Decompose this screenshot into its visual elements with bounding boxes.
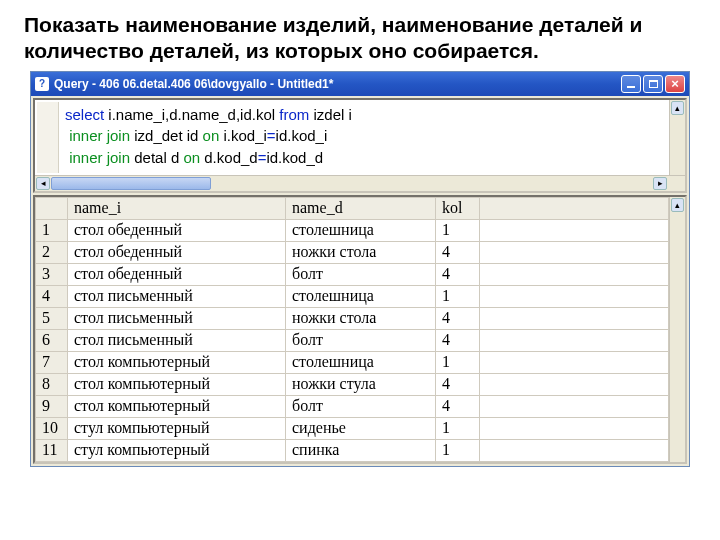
close-icon: ×: [671, 77, 679, 90]
table-row[interactable]: 1стол обеденныйстолешница1: [36, 219, 669, 241]
cell-filler: [480, 307, 669, 329]
cell-filler: [480, 417, 669, 439]
row-number: 3: [36, 263, 68, 285]
cell-filler: [480, 219, 669, 241]
cell-filler: [480, 373, 669, 395]
scroll-right-icon[interactable]: ▸: [653, 177, 667, 190]
cell-name-i[interactable]: стол письменный: [68, 329, 286, 351]
row-number: 11: [36, 439, 68, 461]
cell-name-d[interactable]: ножки стола: [286, 241, 436, 263]
app-icon: ?: [35, 77, 49, 91]
editor-gutter: [37, 102, 59, 173]
cell-name-d[interactable]: столешница: [286, 219, 436, 241]
close-button[interactable]: ×: [665, 75, 685, 93]
corner-cell: [36, 197, 68, 219]
slide-heading: Показать наименование изделий, наименова…: [24, 12, 696, 65]
row-number: 8: [36, 373, 68, 395]
cell-kol[interactable]: 1: [436, 351, 480, 373]
cell-kol[interactable]: 4: [436, 307, 480, 329]
table-row[interactable]: 7стол компьютерныйстолешница1: [36, 351, 669, 373]
results-pane: name_i name_d kol 1стол обеденныйстолешн…: [33, 195, 687, 464]
row-number: 7: [36, 351, 68, 373]
row-number: 6: [36, 329, 68, 351]
table-row[interactable]: 2стол обеденныйножки стола4: [36, 241, 669, 263]
table-row[interactable]: 6стол письменныйболт4: [36, 329, 669, 351]
cell-name-d[interactable]: болт: [286, 395, 436, 417]
table-row[interactable]: 10стул компьютерныйсиденье1: [36, 417, 669, 439]
sql-editor-pane[interactable]: select i.name_i,d.name_d,id.kol from izd…: [33, 98, 687, 193]
table-row[interactable]: 8стол компьютерныйножки стула4: [36, 373, 669, 395]
cell-name-i[interactable]: стол обеденный: [68, 241, 286, 263]
table-row[interactable]: 3стол обеденныйболт4: [36, 263, 669, 285]
cell-name-d[interactable]: ножки стула: [286, 373, 436, 395]
table-row[interactable]: 11стул компьютерныйспинка1: [36, 439, 669, 461]
cell-filler: [480, 329, 669, 351]
cell-filler: [480, 285, 669, 307]
cell-name-i[interactable]: стол письменный: [68, 307, 286, 329]
cell-kol[interactable]: 4: [436, 241, 480, 263]
row-number: 9: [36, 395, 68, 417]
scroll-left-icon[interactable]: ◂: [36, 177, 50, 190]
cell-kol[interactable]: 1: [436, 219, 480, 241]
query-window: ? Query - 406 06.detal.406 06\dovgyallo …: [30, 71, 690, 467]
table-row[interactable]: 5стол письменныйножки стола4: [36, 307, 669, 329]
cell-name-d[interactable]: ножки стола: [286, 307, 436, 329]
cell-name-i[interactable]: стол письменный: [68, 285, 286, 307]
cell-name-i[interactable]: стол обеденный: [68, 263, 286, 285]
header-row: name_i name_d kol: [36, 197, 669, 219]
cell-name-i[interactable]: стул компьютерный: [68, 439, 286, 461]
col-header-kol[interactable]: kol: [436, 197, 480, 219]
scroll-thumb[interactable]: [51, 177, 211, 190]
row-number: 10: [36, 417, 68, 439]
table-row[interactable]: 9стол компьютерныйболт4: [36, 395, 669, 417]
window-title: Query - 406 06.detal.406 06\dovgyallo - …: [54, 77, 621, 91]
row-number: 4: [36, 285, 68, 307]
cell-filler: [480, 439, 669, 461]
cell-kol[interactable]: 4: [436, 263, 480, 285]
cell-name-d[interactable]: болт: [286, 263, 436, 285]
cell-name-i[interactable]: стол компьютерный: [68, 373, 286, 395]
row-number: 1: [36, 219, 68, 241]
scroll-up-icon[interactable]: ▴: [671, 101, 684, 115]
cell-kol[interactable]: 1: [436, 417, 480, 439]
cell-name-i[interactable]: стул компьютерный: [68, 417, 286, 439]
cell-kol[interactable]: 4: [436, 395, 480, 417]
scroll-up-icon[interactable]: ▴: [671, 198, 684, 212]
cell-name-d[interactable]: спинка: [286, 439, 436, 461]
cell-kol[interactable]: 1: [436, 285, 480, 307]
cell-kol[interactable]: 4: [436, 329, 480, 351]
cell-filler: [480, 241, 669, 263]
maximize-button[interactable]: [643, 75, 663, 93]
row-number: 5: [36, 307, 68, 329]
col-header-name-i[interactable]: name_i: [68, 197, 286, 219]
minimize-button[interactable]: [621, 75, 641, 93]
row-number: 2: [36, 241, 68, 263]
table-row[interactable]: 4стол письменныйстолешница1: [36, 285, 669, 307]
grid-vscroll[interactable]: ▴: [669, 197, 685, 462]
cell-name-d[interactable]: столешница: [286, 351, 436, 373]
cell-filler: [480, 263, 669, 285]
cell-name-d[interactable]: болт: [286, 329, 436, 351]
cell-kol[interactable]: 4: [436, 373, 480, 395]
cell-name-d[interactable]: сиденье: [286, 417, 436, 439]
editor-hscroll[interactable]: ◂ ▸: [35, 175, 685, 191]
window-titlebar: ? Query - 406 06.detal.406 06\dovgyallo …: [31, 72, 689, 96]
cell-filler: [480, 395, 669, 417]
col-header-name-d[interactable]: name_d: [286, 197, 436, 219]
cell-name-i[interactable]: стол обеденный: [68, 219, 286, 241]
sql-editor[interactable]: select i.name_i,d.name_d,id.kol from izd…: [35, 100, 685, 175]
cell-name-i[interactable]: стол компьютерный: [68, 351, 286, 373]
results-table: name_i name_d kol 1стол обеденныйстолешн…: [35, 197, 669, 462]
col-header-filler: [480, 197, 669, 219]
cell-name-d[interactable]: столешница: [286, 285, 436, 307]
cell-name-i[interactable]: стол компьютерный: [68, 395, 286, 417]
cell-kol[interactable]: 1: [436, 439, 480, 461]
cell-filler: [480, 351, 669, 373]
